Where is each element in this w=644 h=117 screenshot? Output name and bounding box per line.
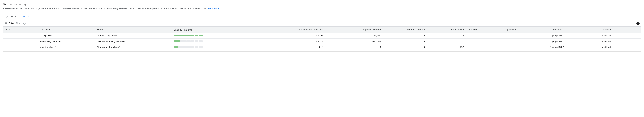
cell-load xyxy=(172,32,255,38)
load-bar xyxy=(174,34,202,36)
table-row[interactable]: 'register_driver''demo/register_driver'1… xyxy=(3,44,641,50)
cell-application xyxy=(504,38,548,44)
col-load[interactable]: Load by total time▼↓ xyxy=(172,27,255,33)
cell-db-driver xyxy=(466,38,504,44)
cell-times-called: 157 xyxy=(427,44,466,50)
filter-bar: Filter ? xyxy=(3,20,641,27)
cell-route: 'demo/customer_dashboard' xyxy=(96,38,172,44)
cell-framework: 'django:3.0.7' xyxy=(548,32,600,38)
filter-label: Filter xyxy=(9,22,14,25)
sort-caret-icon: ▼ xyxy=(193,29,195,31)
tab-queries[interactable]: QUERIES xyxy=(3,14,20,20)
cell-rows-scanned: 1,030,094 xyxy=(325,38,382,44)
load-bar xyxy=(174,46,202,48)
cell-rows-returned: 0 xyxy=(382,44,427,50)
table-header-row: Action Controller Route Load by total ti… xyxy=(3,27,641,33)
cell-load xyxy=(172,44,255,50)
col-times-called[interactable]: Times called xyxy=(427,27,466,33)
col-route[interactable]: Route xyxy=(96,27,172,33)
cell-framework: 'django:3.0.7' xyxy=(548,38,600,44)
cell-rows-returned: 0 xyxy=(382,38,427,44)
col-application[interactable]: Application xyxy=(504,27,548,33)
horizontal-scrollbar[interactable] xyxy=(3,50,641,52)
cell-database: workload xyxy=(600,32,641,38)
cell-action xyxy=(3,38,38,44)
cell-action xyxy=(3,32,38,38)
cell-db-driver xyxy=(466,44,504,50)
cell-avg-exec: 3,085.8 xyxy=(255,38,325,44)
cell-controller: 'assign_order' xyxy=(38,32,96,38)
load-bar xyxy=(174,40,202,42)
cell-times-called: 1 xyxy=(427,38,466,44)
cell-rows-scanned: 95,401 xyxy=(325,32,382,38)
section-title: Top queries and tags xyxy=(3,2,641,6)
cell-application xyxy=(504,44,548,50)
tab-tags[interactable]: TAGS xyxy=(20,14,32,20)
cell-application xyxy=(504,32,548,38)
col-rows-scanned[interactable]: Avg rows scanned xyxy=(325,27,382,33)
description-text: An overview of the queries and tags that… xyxy=(3,7,207,10)
cell-route: 'demo/register_driver' xyxy=(96,44,172,50)
data-table: Action Controller Route Load by total ti… xyxy=(3,27,641,50)
learn-more-link[interactable]: Learn more xyxy=(207,7,219,10)
col-database[interactable]: Database xyxy=(600,27,641,33)
cell-load xyxy=(172,38,255,44)
cell-rows-scanned: 0 xyxy=(325,44,382,50)
sort-arrow-down-icon: ↓ xyxy=(197,28,199,31)
cell-db-driver xyxy=(466,32,504,38)
help-icon[interactable]: ? xyxy=(636,22,640,25)
cell-route: 'demo/assign_order' xyxy=(96,32,172,38)
cell-framework: 'django:3.0.7' xyxy=(548,44,600,50)
cell-avg-exec: 14.05 xyxy=(255,44,325,50)
cell-controller: 'register_driver' xyxy=(38,44,96,50)
cell-database: workload xyxy=(600,44,641,50)
cell-controller: 'customer_dashboard' xyxy=(38,38,96,44)
col-action[interactable]: Action xyxy=(3,27,38,33)
col-rows-returned[interactable]: Avg rows returned xyxy=(382,27,427,33)
col-avg-exec[interactable]: Avg execution time (ms) xyxy=(255,27,325,33)
cell-action xyxy=(3,44,38,50)
col-db-driver[interactable]: DB Driver xyxy=(466,27,504,33)
cell-rows-returned: 0 xyxy=(382,32,427,38)
col-framework[interactable]: Framework xyxy=(548,27,600,33)
filter-input[interactable] xyxy=(16,22,636,25)
cell-database: workload xyxy=(600,38,641,44)
col-load-label: Load by total time xyxy=(174,28,192,31)
table-row[interactable]: 'customer_dashboard''demo/customer_dashb… xyxy=(3,38,641,44)
table-row[interactable]: 'assign_order''demo/assign_order'1,449.1… xyxy=(3,32,641,38)
section-description: An overview of the queries and tags that… xyxy=(3,7,641,10)
cell-times-called: 10 xyxy=(427,32,466,38)
cell-avg-exec: 1,449.14 xyxy=(255,32,325,38)
col-controller[interactable]: Controller xyxy=(38,27,96,33)
filter-icon xyxy=(4,22,8,25)
tabs: QUERIES TAGS xyxy=(3,14,641,20)
